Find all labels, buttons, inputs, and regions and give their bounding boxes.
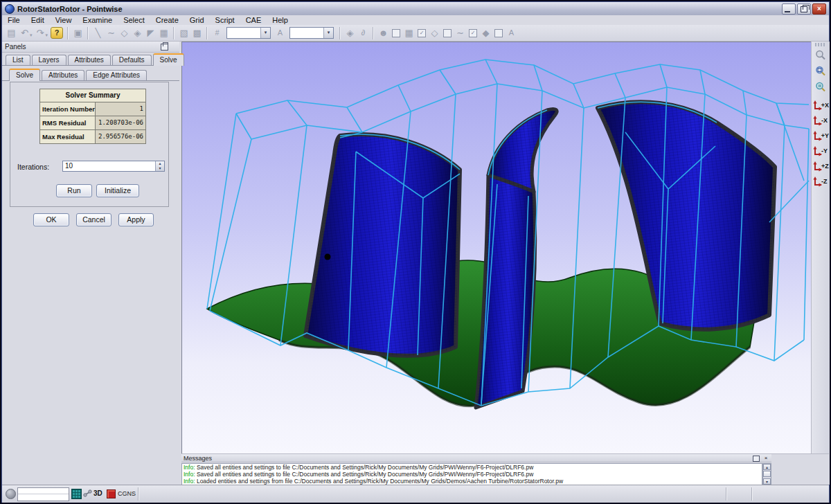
- dimension-mode-label[interactable]: 3D: [93, 489, 102, 497]
- cae-solver-label[interactable]: CGNS: [118, 490, 136, 497]
- log-line: Info: Loaded entities and settings from …: [182, 478, 762, 485]
- messages-log: Info: Saved all entities and settings to…: [181, 463, 762, 485]
- project-icon[interactable]: ◈: [343, 26, 357, 39]
- subtab-attributes[interactable]: Attributes: [42, 70, 84, 80]
- minimize-button[interactable]: [782, 3, 796, 15]
- messages-float-icon[interactable]: [753, 456, 760, 462]
- zoom-extents-icon[interactable]: [814, 80, 828, 94]
- mask-points-icon[interactable]: ☻: [377, 26, 390, 39]
- view-plus-z-button[interactable]: +Z: [813, 159, 829, 173]
- menu-examine[interactable]: Examine: [77, 16, 118, 24]
- iterations-input[interactable]: 10 ▴ ▾: [62, 161, 165, 172]
- create-block-icon[interactable]: ▦: [157, 26, 170, 39]
- view-minus-z-button[interactable]: -Z: [813, 174, 829, 188]
- title-bar[interactable]: RotorStatorRotor - Pointwise ×: [2, 2, 829, 16]
- spacing-combo-caret-icon[interactable]: ▾: [323, 28, 333, 38]
- dimension-combo[interactable]: ▾: [226, 27, 271, 39]
- log-text: Saved all entities and settings to file …: [195, 471, 534, 478]
- dimension-combo-value: [227, 28, 260, 38]
- tab-defaults[interactable]: Defaults: [112, 55, 152, 65]
- mask-connectors-icon[interactable]: ∼: [454, 26, 467, 39]
- messages-close-icon[interactable]: ×: [762, 455, 769, 462]
- tab-list[interactable]: List: [6, 55, 30, 65]
- table-row: RMS Residual 1.208703e-06: [40, 116, 145, 130]
- run-button[interactable]: Run: [56, 184, 92, 197]
- view-minus-y-button[interactable]: -Y: [813, 144, 829, 158]
- save-icon[interactable]: ▤: [5, 26, 18, 39]
- menu-grid[interactable]: Grid: [184, 16, 210, 24]
- spacing-icon[interactable]: A: [274, 26, 287, 39]
- help-icon[interactable]: ?: [51, 27, 63, 39]
- zoom-icon[interactable]: [814, 48, 828, 62]
- panels-header[interactable]: Panels: [2, 42, 179, 53]
- mask-domains-icon[interactable]: ◇: [428, 26, 441, 39]
- menu-help[interactable]: Help: [267, 16, 294, 24]
- zoom-box-icon[interactable]: [814, 64, 828, 78]
- create-curve-icon[interactable]: ∼: [105, 26, 118, 39]
- close-button[interactable]: ×: [812, 3, 826, 15]
- tab-solve[interactable]: Solve: [153, 53, 184, 66]
- cancel-button[interactable]: Cancel: [76, 213, 111, 226]
- spacing-combo[interactable]: ▾: [289, 27, 334, 39]
- iterations-spinner[interactable]: ▴ ▾: [155, 161, 164, 171]
- view-plus-y-button[interactable]: +Y: [813, 129, 829, 143]
- mask-points-checkbox[interactable]: [392, 29, 400, 37]
- structured-grid-icon[interactable]: ▧: [177, 26, 190, 39]
- dock-filler: [771, 453, 829, 485]
- subtab-solve[interactable]: Solve: [9, 69, 40, 81]
- menu-file[interactable]: File: [2, 16, 26, 24]
- assemble-icon[interactable]: ▣: [71, 26, 84, 39]
- view-plus-x-button[interactable]: +X: [813, 98, 829, 112]
- mask-blocks-icon[interactable]: ▦: [402, 26, 416, 39]
- scroll-up-icon[interactable]: ▴: [763, 464, 771, 470]
- spin-up-icon[interactable]: ▴: [159, 161, 161, 165]
- messages-header[interactable]: Messages ×: [181, 454, 771, 462]
- mask-domains-checkbox[interactable]: [443, 29, 452, 37]
- messages-scrollbar[interactable]: ▴ ▾: [762, 463, 771, 485]
- mask-database-icon[interactable]: ◆: [479, 26, 492, 39]
- ok-button[interactable]: OK: [33, 213, 69, 226]
- spacing-combo-value: [290, 28, 323, 38]
- mask-database-checkbox[interactable]: [494, 29, 503, 37]
- connector-tool-icon[interactable]: [83, 489, 92, 498]
- tab-layers[interactable]: Layers: [32, 55, 66, 65]
- redo-caret-icon[interactable]: ▾: [46, 33, 48, 38]
- restore-button[interactable]: [797, 3, 811, 15]
- menu-cae[interactable]: CAE: [240, 16, 267, 24]
- log-tag: Info:: [184, 478, 195, 485]
- initialize-button[interactable]: Initialize: [96, 184, 139, 197]
- menu-select[interactable]: Select: [118, 16, 150, 24]
- selected-point[interactable]: [325, 254, 331, 260]
- create-structured-domain-icon[interactable]: ◈: [131, 26, 144, 39]
- panels-title: Panels: [5, 43, 26, 51]
- scroll-thumb[interactable]: [763, 471, 771, 477]
- create-connector-icon[interactable]: ╲: [91, 26, 105, 39]
- mask-connectors-checkbox[interactable]: ✓: [469, 29, 477, 37]
- unstructured-grid-icon[interactable]: ▩: [190, 26, 204, 39]
- display-viewport[interactable]: [181, 42, 811, 454]
- subtab-edge-attributes[interactable]: Edge Attributes: [86, 70, 147, 80]
- mask-spacings-icon[interactable]: A: [505, 26, 518, 39]
- app-globe-icon: [5, 4, 15, 14]
- menu-edit[interactable]: Edit: [26, 16, 50, 24]
- create-domain-icon[interactable]: ◇: [118, 26, 131, 39]
- create-extrude-icon[interactable]: ◤: [144, 26, 157, 39]
- apply-button[interactable]: Apply: [118, 213, 154, 226]
- cae-solver-icon[interactable]: [107, 489, 116, 498]
- view-minus-x-button[interactable]: -X: [813, 114, 829, 127]
- dimension-icon[interactable]: #: [211, 26, 224, 39]
- tab-attributes[interactable]: Attributes: [68, 55, 111, 65]
- dimension-combo-caret-icon[interactable]: ▾: [260, 28, 270, 38]
- scroll-down-icon[interactable]: ▾: [763, 478, 771, 485]
- toolbar-grip[interactable]: [815, 43, 825, 46]
- menu-create[interactable]: Create: [150, 16, 184, 24]
- undo-caret-icon[interactable]: ▾: [30, 33, 33, 38]
- panels-float-icon[interactable]: [161, 44, 168, 51]
- spin-down-icon[interactable]: ▾: [159, 166, 161, 170]
- mask-blocks-checkbox[interactable]: ✓: [418, 29, 426, 37]
- menu-view[interactable]: View: [50, 16, 78, 24]
- row-value: 2.956576e-06: [96, 130, 145, 143]
- menu-script[interactable]: Script: [210, 16, 240, 24]
- grid-mode-icon[interactable]: [71, 489, 82, 499]
- derivative-icon[interactable]: ∂: [357, 26, 370, 39]
